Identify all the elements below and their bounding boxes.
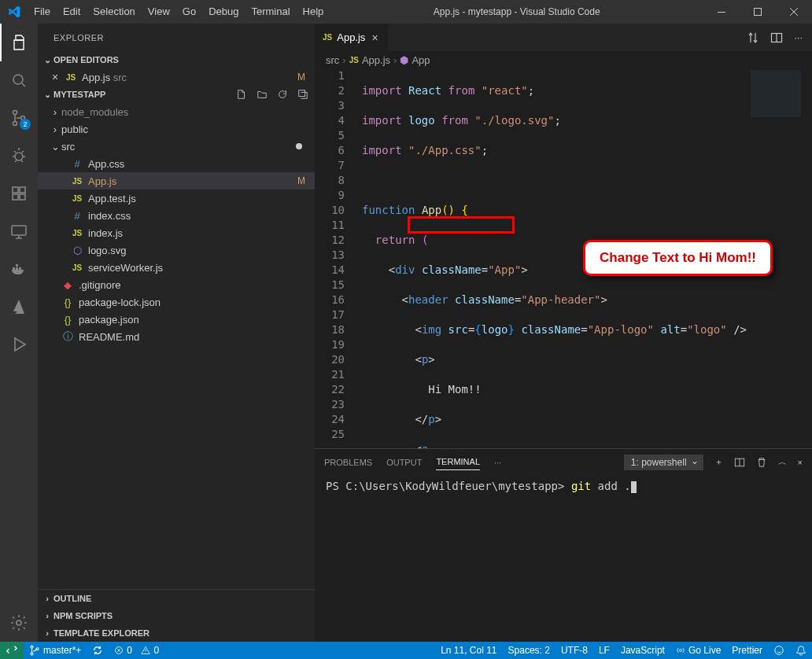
activity-debug[interactable] [0, 137, 38, 175]
svg-point-25 [775, 646, 784, 655]
close-window-button[interactable] [776, 0, 812, 24]
activity-settings[interactable] [0, 604, 38, 642]
file-app-js[interactable]: JSApp.jsM [38, 172, 315, 190]
activity-extensions[interactable] [0, 175, 38, 212]
status-eol[interactable]: LF [593, 642, 615, 659]
info-file-icon: ⓘ [61, 330, 74, 343]
folder-public[interactable]: ›public [38, 120, 315, 138]
file-app-test-js[interactable]: JSApp.test.js [38, 190, 315, 207]
breadcrumb-item[interactable]: App [412, 54, 430, 66]
activity-scm[interactable]: 2 [0, 99, 38, 137]
status-problems[interactable]: 0 0 [109, 642, 164, 659]
section-outline[interactable]: ›OUTLINE [38, 590, 315, 607]
file-serviceworker-js[interactable]: JSserviceWorker.js [38, 259, 315, 276]
new-terminal-icon[interactable]: ＋ [714, 456, 723, 468]
terminal[interactable]: PS C:\Users\KodyWildfeuer\mytestapp> git… [315, 475, 812, 642]
chevron-right-icon: › [49, 106, 61, 118]
menu-view[interactable]: View [142, 0, 176, 24]
folder-src[interactable]: ⌄src [38, 138, 315, 155]
file-package-lock[interactable]: {}package-lock.json [38, 293, 315, 311]
svg-rect-14 [19, 267, 21, 270]
svg-rect-1 [755, 9, 762, 16]
breadcrumb-item[interactable]: App.js [362, 54, 390, 66]
maximize-button[interactable] [740, 0, 776, 24]
activity-search[interactable] [0, 61, 38, 99]
new-folder-icon[interactable] [257, 89, 268, 100]
menu-selection[interactable]: Selection [87, 0, 141, 24]
panel-tab-output[interactable]: OUTPUT [386, 455, 422, 470]
activity-azure[interactable] [0, 288, 38, 326]
titlebar: File Edit Selection View Go Debug Termin… [0, 0, 812, 24]
menu-help[interactable]: Help [297, 0, 330, 24]
file-readme[interactable]: ⓘREADME.md [38, 328, 315, 345]
status-feedback[interactable] [768, 642, 790, 659]
panel-tab-more[interactable]: ··· [494, 455, 501, 470]
terminal-selector[interactable]: 1: powershell [624, 455, 703, 470]
menu-edit[interactable]: Edit [57, 0, 87, 24]
menu-file[interactable]: File [28, 0, 57, 24]
panel-tab-problems[interactable]: PROBLEMS [324, 455, 372, 470]
new-file-icon[interactable] [236, 89, 247, 100]
menu-go[interactable]: Go [176, 0, 202, 24]
file-package-json[interactable]: {}package.json [38, 311, 315, 328]
section-npm-scripts[interactable]: ›NPM SCRIPTS [38, 607, 315, 624]
svg-point-2 [13, 75, 23, 84]
js-file-icon: JS [65, 71, 77, 83]
activity-play[interactable] [0, 326, 38, 363]
compare-changes-icon[interactable] [747, 31, 759, 44]
collapse-all-icon[interactable] [297, 89, 308, 100]
symbol-icon: ⬢ [400, 54, 408, 66]
maximize-panel-icon[interactable]: ︿ [778, 456, 787, 468]
split-terminal-icon[interactable] [734, 457, 745, 468]
folder-node-modules[interactable]: ›node_modules [38, 103, 315, 120]
file-gitignore[interactable]: ◆.gitignore [38, 276, 315, 293]
panel-tab-terminal[interactable]: TERMINAL [436, 454, 480, 470]
breadcrumb-item[interactable]: src [326, 54, 339, 66]
split-editor-icon[interactable] [770, 31, 783, 44]
file-index-js[interactable]: JSindex.js [38, 224, 315, 241]
more-actions-icon[interactable]: ··· [794, 31, 803, 43]
section-project[interactable]: ⌄MYTESTAPP [38, 86, 315, 103]
json-file-icon: {} [61, 296, 74, 308]
activity-remote[interactable] [0, 212, 38, 250]
status-encoding[interactable]: UTF-8 [555, 642, 593, 659]
section-template-explorer[interactable]: ›TEMPLATE EXPLORER [38, 624, 315, 642]
svg-rect-7 [13, 187, 18, 193]
kill-terminal-icon[interactable] [756, 457, 767, 468]
status-language[interactable]: JavaScript [615, 642, 670, 659]
status-sync[interactable] [87, 642, 109, 659]
status-spaces[interactable]: Spaces: 2 [503, 642, 555, 659]
file-logo-svg[interactable]: ⬡logo.svg [38, 241, 315, 259]
svg-point-24 [679, 650, 681, 652]
svg-point-6 [15, 153, 23, 160]
sidebar-title: EXPLORER [38, 24, 315, 51]
tab-app-js[interactable]: JS App.js × [315, 24, 389, 51]
activity-docker[interactable] [0, 250, 38, 288]
refresh-icon[interactable] [277, 89, 288, 100]
close-icon[interactable]: × [49, 71, 61, 83]
status-golive[interactable]: Go Live [670, 642, 726, 659]
js-file-icon: JS [71, 226, 83, 239]
file-app-css[interactable]: #App.css [38, 155, 315, 172]
minimize-button[interactable] [703, 0, 740, 24]
breadcrumbs[interactable]: src› JS App.js› ⬢ App [315, 51, 812, 68]
code-editor[interactable]: 1234567891011121314151617181920212223242… [315, 68, 812, 448]
open-editor-item[interactable]: × JS App.js src M [38, 68, 315, 86]
activity-explorer[interactable] [0, 24, 38, 61]
minimap[interactable] [751, 70, 801, 164]
file-index-css[interactable]: #index.css [38, 207, 315, 224]
remote-indicator[interactable] [0, 642, 24, 659]
menu-terminal[interactable]: Terminal [245, 0, 296, 24]
chevron-right-icon: › [41, 611, 54, 620]
close-panel-icon[interactable]: × [798, 458, 803, 467]
status-lncol[interactable]: Ln 11, Col 11 [435, 642, 502, 659]
status-branch[interactable]: master*+ [24, 642, 87, 659]
close-tab-icon[interactable]: × [370, 31, 379, 44]
section-open-editors[interactable]: ⌄OPEN EDITORS [38, 51, 315, 68]
chevron-down-icon: ⌄ [49, 141, 61, 153]
status-prettier[interactable]: Prettier [726, 642, 768, 659]
window-controls [703, 0, 812, 24]
status-notifications[interactable] [790, 642, 812, 659]
menu-debug[interactable]: Debug [202, 0, 245, 24]
css-file-icon: # [71, 157, 83, 170]
